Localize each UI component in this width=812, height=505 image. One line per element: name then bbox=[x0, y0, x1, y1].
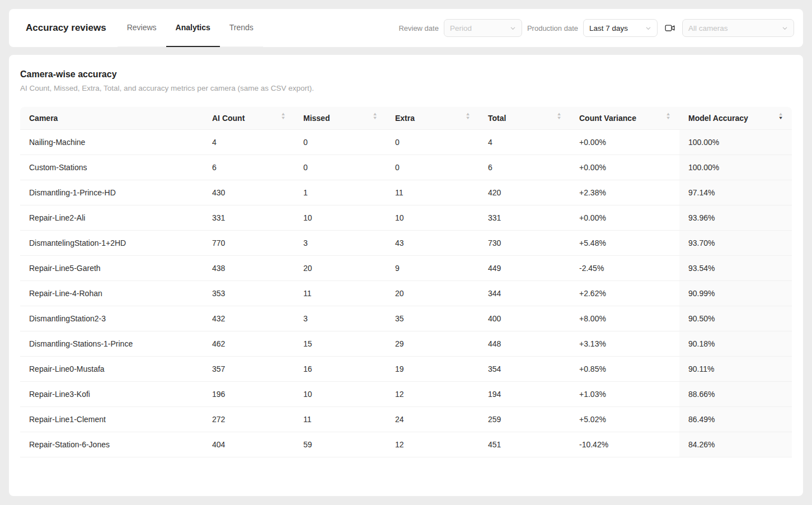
cell-total: 344 bbox=[479, 281, 570, 306]
review-date-select[interactable]: Period bbox=[444, 19, 522, 37]
cell-total: 451 bbox=[479, 432, 570, 457]
cell-model-accuracy: 97.14% bbox=[679, 180, 792, 205]
cell-count-variance: -2.45% bbox=[570, 256, 679, 281]
cell-camera: Repair-Station-6-Jones bbox=[20, 432, 203, 457]
cell-camera: Repair-Line-4-Rohan bbox=[20, 281, 203, 306]
chevron-down-icon bbox=[645, 25, 651, 31]
cell-missed: 59 bbox=[294, 432, 386, 457]
cell-extra: 24 bbox=[386, 407, 479, 432]
chevron-down-icon bbox=[782, 25, 788, 31]
cell-missed: 1 bbox=[294, 180, 386, 205]
card-title: Camera-wise accuracy bbox=[20, 69, 792, 80]
table-row: Custom-Stations6006+0.00%100.00% bbox=[20, 155, 792, 180]
cell-total: 354 bbox=[479, 357, 570, 382]
topbar: Accuracy reviews ReviewsAnalyticsTrends … bbox=[9, 9, 803, 47]
production-date-value: Last 7 days bbox=[589, 24, 628, 32]
cell-count-variance: +5.48% bbox=[570, 231, 679, 256]
cell-count-variance: +0.00% bbox=[570, 205, 679, 231]
cell-ai-count: 770 bbox=[203, 231, 294, 256]
review-date-label: Review date bbox=[398, 24, 439, 32]
table-body: Nailing-Machine4004+0.00%100.00%Custom-S… bbox=[20, 130, 792, 457]
table-row: Repair-Line2-Ali3311010331+0.00%93.96% bbox=[20, 205, 792, 231]
cell-camera: Repair-Line1-Clement bbox=[20, 407, 203, 432]
cell-count-variance: +0.00% bbox=[570, 155, 679, 180]
camera-select-value: All cameras bbox=[688, 24, 728, 32]
tabs: ReviewsAnalyticsTrends bbox=[118, 9, 263, 47]
table-row: Repair-Line0-Mustafa3571619354+0.85%90.1… bbox=[20, 357, 792, 382]
cell-extra: 11 bbox=[386, 180, 479, 205]
production-date-select[interactable]: Last 7 days bbox=[583, 19, 658, 37]
table-row: DismantlingStation2-3432335400+8.00%90.5… bbox=[20, 306, 792, 331]
table-row: Dismantling-Stations-1-Prince4621529448+… bbox=[20, 331, 792, 357]
cell-extra: 0 bbox=[386, 155, 479, 180]
column-header-ai-count[interactable]: AI Count▲▼ bbox=[203, 107, 294, 130]
column-header-model-accuracy[interactable]: Model Accuracy▲▼ bbox=[679, 107, 792, 130]
cell-ai-count: 4 bbox=[203, 130, 294, 155]
sort-icon: ▲▼ bbox=[466, 114, 470, 122]
cell-model-accuracy: 90.11% bbox=[679, 357, 792, 382]
cell-extra: 29 bbox=[386, 331, 479, 357]
column-header-count-variance[interactable]: Count Variance▲▼ bbox=[570, 107, 679, 130]
cell-camera: Dismantling-Stations-1-Prince bbox=[20, 331, 203, 357]
tab-reviews[interactable]: Reviews bbox=[118, 9, 166, 47]
camera-accuracy-card: Camera-wise accuracy AI Count, Missed, E… bbox=[9, 55, 803, 496]
cell-total: 730 bbox=[479, 231, 570, 256]
cell-extra: 19 bbox=[386, 357, 479, 382]
tab-analytics[interactable]: Analytics bbox=[166, 9, 220, 47]
column-header-missed[interactable]: Missed▲▼ bbox=[294, 107, 386, 130]
cell-total: 194 bbox=[479, 382, 570, 407]
cell-camera: DismantlingStation2-3 bbox=[20, 306, 203, 331]
cell-model-accuracy: 93.54% bbox=[679, 256, 792, 281]
cell-ai-count: 6 bbox=[203, 155, 294, 180]
table-row: Repair-Line5-Gareth438209449-2.45%93.54% bbox=[20, 256, 792, 281]
cell-camera: Repair-Line5-Gareth bbox=[20, 256, 203, 281]
table-row: Repair-Line-4-Rohan3531120344+2.62%90.99… bbox=[20, 281, 792, 306]
cell-extra: 43 bbox=[386, 231, 479, 256]
video-camera-icon[interactable] bbox=[663, 23, 677, 33]
cell-missed: 11 bbox=[294, 407, 386, 432]
cell-ai-count: 404 bbox=[203, 432, 294, 457]
column-header-camera: Camera bbox=[20, 107, 203, 130]
cell-ai-count: 331 bbox=[203, 205, 294, 231]
cell-model-accuracy: 90.99% bbox=[679, 281, 792, 306]
production-date-label: Production date bbox=[527, 24, 578, 32]
column-label: Total bbox=[488, 114, 506, 123]
cell-ai-count: 196 bbox=[203, 382, 294, 407]
cell-extra: 12 bbox=[386, 432, 479, 457]
cell-total: 6 bbox=[479, 155, 570, 180]
table-row: Repair-Line1-Clement2721124259+5.02%86.4… bbox=[20, 407, 792, 432]
cell-model-accuracy: 93.96% bbox=[679, 205, 792, 231]
cell-extra: 10 bbox=[386, 205, 479, 231]
column-header-extra[interactable]: Extra▲▼ bbox=[386, 107, 479, 130]
cell-count-variance: +2.38% bbox=[570, 180, 679, 205]
table-row: Repair-Line3-Kofi1961012194+1.03%88.66% bbox=[20, 382, 792, 407]
column-label: Count Variance bbox=[579, 114, 636, 123]
cell-ai-count: 462 bbox=[203, 331, 294, 357]
cell-total: 420 bbox=[479, 180, 570, 205]
cell-total: 259 bbox=[479, 407, 570, 432]
cell-ai-count: 432 bbox=[203, 306, 294, 331]
cell-extra: 9 bbox=[386, 256, 479, 281]
cell-count-variance: +1.03% bbox=[570, 382, 679, 407]
cell-missed: 3 bbox=[294, 231, 386, 256]
cell-camera: Repair-Line0-Mustafa bbox=[20, 357, 203, 382]
cell-missed: 16 bbox=[294, 357, 386, 382]
column-header-total[interactable]: Total▲▼ bbox=[479, 107, 570, 130]
cell-model-accuracy: 90.50% bbox=[679, 306, 792, 331]
cell-model-accuracy: 93.70% bbox=[679, 231, 792, 256]
cell-ai-count: 430 bbox=[203, 180, 294, 205]
cell-missed: 10 bbox=[294, 382, 386, 407]
camera-select[interactable]: All cameras bbox=[682, 19, 794, 37]
cell-total: 449 bbox=[479, 256, 570, 281]
cell-extra: 0 bbox=[386, 130, 479, 155]
table-row: DismantelingStation-1+2HD770343730+5.48%… bbox=[20, 231, 792, 256]
cell-ai-count: 272 bbox=[203, 407, 294, 432]
cell-camera: Dismantling-1-Prince-HD bbox=[20, 180, 203, 205]
cell-total: 400 bbox=[479, 306, 570, 331]
cell-total: 331 bbox=[479, 205, 570, 231]
cell-extra: 20 bbox=[386, 281, 479, 306]
sort-icon: ▲▼ bbox=[557, 114, 561, 122]
cell-camera: Repair-Line3-Kofi bbox=[20, 382, 203, 407]
page: Accuracy reviews ReviewsAnalyticsTrends … bbox=[0, 0, 812, 505]
tab-trends[interactable]: Trends bbox=[220, 9, 263, 47]
